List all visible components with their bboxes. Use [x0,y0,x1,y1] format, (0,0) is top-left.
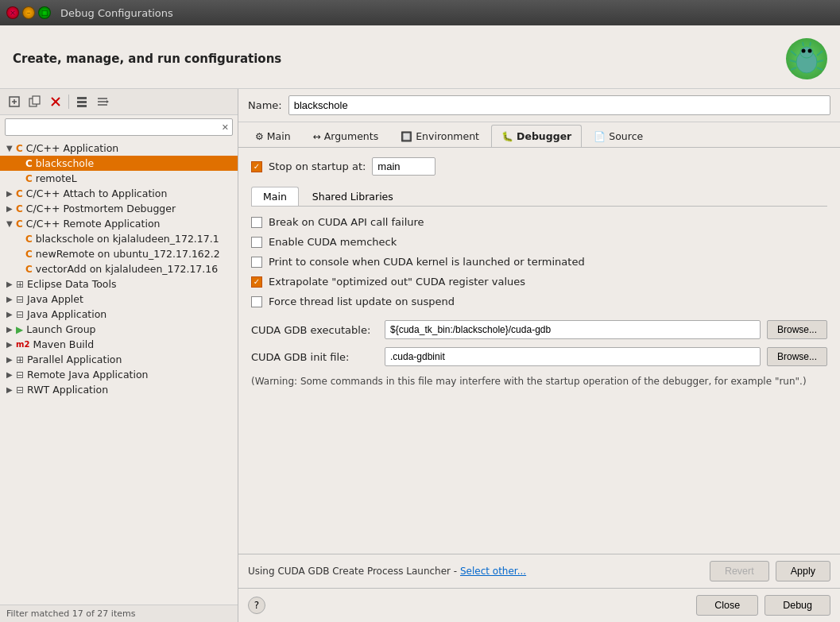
svg-rect-19 [77,97,87,99]
debugger-tab-label: Debugger [517,130,571,142]
cpp-app-icon: C [16,143,23,154]
expand-arrow-postmortem: ▶ [6,204,16,213]
tab-main[interactable]: ⚙ Main [245,125,301,147]
tree-item-remote-java[interactable]: ▶ ⊟ Remote Java Application [0,367,238,382]
java-app-label: Java Application [27,308,106,320]
stop-on-startup-value[interactable] [372,157,435,176]
help-btn[interactable]: ? [248,597,265,614]
tree-item-vectorAdd[interactable]: C vectorAdd on kjalaludeen_172.17.16 [0,261,238,276]
main-tab-icon: ⚙ [255,131,264,142]
svg-rect-21 [77,105,87,107]
tree-item-maven[interactable]: ▶ m2 Maven Build [0,337,238,352]
stop-on-startup-label: Stop on startup at: [269,160,366,172]
new-config-btn[interactable] [5,92,24,111]
tree-item-blackschole[interactable]: C blackschole [0,156,238,171]
arguments-tab-label: Arguments [324,130,379,142]
search-clear-btn[interactable]: ✕ [219,121,232,134]
enable-cuda-memcheck-checkbox[interactable] [251,237,262,248]
tab-arguments[interactable]: ↔ Arguments [303,125,389,147]
rwt-app-icon: ⊟ [16,384,24,396]
tree-item-launch-group[interactable]: ▶ ▶ Launch Group [0,322,238,337]
right-panel: Name: ⚙ Main ↔ Arguments 🔲 Environment [238,89,840,622]
delete-config-btn[interactable] [46,92,65,111]
debug-btn[interactable]: Debug [765,595,830,616]
svg-line-4 [791,51,796,56]
duplicate-config-btn[interactable] [25,92,45,111]
cuda-gdb-executable-input[interactable] [385,320,761,339]
extrapolate-cuda-label: Extrapolate "optimized out" CUDA registe… [269,276,525,288]
revert-btn[interactable]: Revert [710,561,769,581]
subtab-main[interactable]: Main [251,187,299,206]
tree-item-rwt-app[interactable]: ▶ ⊟ RWT Application [0,382,238,397]
tree-item-parallel-app[interactable]: ▶ ⊞ Parallel Application [0,352,238,367]
window-controls[interactable]: × – □ [6,6,51,19]
expand-arrow-java-applet: ▶ [6,295,16,303]
tab-environment[interactable]: 🔲 Environment [390,125,490,147]
tabs-bar: ⚙ Main ↔ Arguments 🔲 Environment 🐛 Debug… [238,122,840,148]
tree-item-cpp-attach[interactable]: ▶ C C/C++ Attach to Application [0,186,238,201]
action-buttons: Close Debug [696,595,830,616]
close-window-btn[interactable]: × [6,6,19,19]
maximize-window-btn[interactable]: □ [38,6,51,19]
tab-debugger[interactable]: 🐛 Debugger [491,125,582,147]
expand-arrow-eclipse: ▶ [6,280,16,288]
enable-cuda-memcheck-label: Enable CUDA memcheck [269,236,397,248]
parallel-app-icon: ⊞ [16,354,24,365]
expand-arrow-maven: ▶ [6,340,16,349]
debugger-tab-icon: 🐛 [501,131,513,142]
search-box[interactable]: ✕ [5,118,233,136]
select-other-link[interactable]: Select other... [460,566,526,577]
view-menu-btn[interactable] [93,92,112,111]
cuda-gdb-init-file-browse-btn[interactable]: Browse... [767,347,827,366]
eclipse-data-icon: ⊞ [16,279,24,290]
source-tab-icon: 📄 [594,131,606,142]
header-area: Create, manage, and run configurations [0,25,840,89]
svg-rect-20 [77,101,87,103]
config-tree[interactable]: ▼ C C/C++ Application C blackschole C re… [0,139,238,605]
bug-icon [786,38,827,79]
tab-source[interactable]: 📄 Source [583,125,653,147]
break-cuda-api-row: Break on CUDA API call failure [251,216,827,228]
force-thread-list-row: Force thread list update on suspend [251,296,827,307]
arguments-tab-icon: ↔ [313,131,321,142]
blackschole-icon: C [25,158,33,169]
search-input[interactable] [6,119,219,135]
print-console-cuda-label: Print to console when CUDA kernel is lau… [269,256,585,268]
tree-item-blackschole-remote[interactable]: C blackschole on kjalaludeen_172.17.1 [0,231,238,246]
tree-item-eclipse-data[interactable]: ▶ ⊞ Eclipse Data Tools [0,276,238,292]
tree-item-cpp-app[interactable]: ▼ C C/C++ Application [0,141,238,156]
cpp-postmortem-label: C/C++ Postmortem Debugger [26,203,176,214]
close-btn[interactable]: Close [696,595,758,616]
minimize-window-btn[interactable]: – [22,6,35,19]
java-app-icon: ⊟ [16,309,24,320]
launcher-text-static: Using CUDA GDB Create Process Launcher - [248,566,457,577]
cuda-gdb-init-file-input[interactable] [385,347,761,366]
cuda-gdb-init-file-row: CUDA GDB init file: Browse... [251,347,827,366]
apply-btn[interactable]: Apply [776,561,830,581]
svg-marker-25 [106,100,109,103]
tree-item-cpp-remote[interactable]: ▼ C C/C++ Remote Application [0,216,238,231]
maven-icon: m2 [16,340,29,349]
tree-item-newRemote[interactable]: C newRemote on ubuntu_172.17.162.2 [0,246,238,261]
svg-line-8 [817,60,823,62]
cuda-gdb-executable-browse-btn[interactable]: Browse... [767,320,827,339]
subtab-shared-libraries[interactable]: Shared Libraries [300,187,405,206]
stop-on-startup-checkbox[interactable] [251,161,262,172]
collapse-all-btn[interactable] [72,92,91,111]
extrapolate-cuda-checkbox[interactable] [251,276,262,288]
tree-item-remoteL[interactable]: C remoteL [0,171,238,186]
break-cuda-api-checkbox[interactable] [251,217,262,228]
window-title: Debug Configurations [60,7,173,19]
tree-item-java-applet[interactable]: ▶ ⊟ Java Applet [0,292,238,307]
stop-on-startup-row: Stop on startup at: [251,157,827,176]
tree-item-cpp-postmortem[interactable]: ▶ C C/C++ Postmortem Debugger [0,201,238,216]
eclipse-data-label: Eclipse Data Tools [27,278,116,290]
print-console-cuda-checkbox[interactable] [251,257,262,268]
tree-item-java-app[interactable]: ▶ ⊟ Java Application [0,307,238,322]
force-thread-list-checkbox[interactable] [251,296,262,307]
name-input[interactable] [288,95,830,115]
expand-arrow-attach: ▶ [6,189,16,198]
maven-label: Maven Build [33,338,94,350]
cpp-remote-icon: C [16,218,23,230]
blackschole-remote-label: blackschole on kjalaludeen_172.17.1 [36,233,219,245]
